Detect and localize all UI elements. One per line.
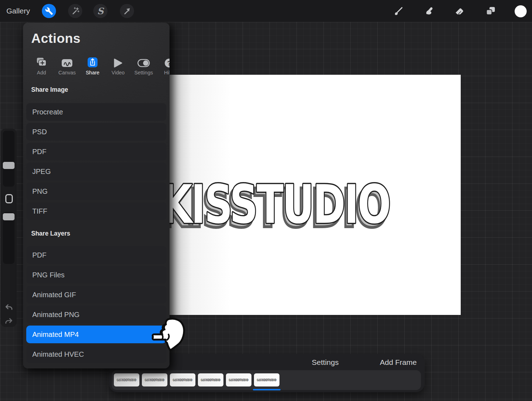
panel-title: Actions bbox=[31, 31, 81, 46]
tab-share[interactable]: Share bbox=[80, 55, 105, 75]
transform-arrow-icon bbox=[123, 7, 131, 15]
actions-panel: Actions Add bbox=[23, 23, 170, 368]
selection-button[interactable]: S bbox=[93, 4, 107, 18]
frame-thumbnail[interactable]: LUKISSTUDIO bbox=[198, 373, 223, 386]
brush-tool-button[interactable] bbox=[393, 6, 404, 16]
svg-text:KISSTUDIO: KISSTUDIO bbox=[162, 174, 390, 235]
color-swatch-button[interactable] bbox=[515, 5, 527, 17]
tab-video[interactable]: Video bbox=[105, 55, 131, 75]
actions-button[interactable] bbox=[42, 4, 56, 18]
layers-button[interactable] bbox=[485, 6, 496, 16]
redo-icon[interactable] bbox=[5, 317, 13, 325]
option-animated-png[interactable]: Animated PNG bbox=[26, 306, 166, 323]
magic-wand-icon bbox=[71, 6, 80, 16]
selection-s-icon: S bbox=[97, 7, 104, 16]
frame-strip: LUKISSTUDIO LUKISSTUDIO LUKISSTUDIO LUKI… bbox=[112, 370, 421, 390]
option-procreate[interactable]: Procreate bbox=[26, 103, 166, 121]
add-icon bbox=[36, 55, 47, 68]
option-pdf[interactable]: PDF bbox=[26, 143, 166, 160]
canvas-icon bbox=[61, 55, 73, 68]
layers-icon bbox=[485, 6, 496, 16]
top-toolbar: Gallery S bbox=[0, 0, 532, 22]
share-layers-options: PDF PNG Files Animated GIF Animated PNG … bbox=[26, 246, 166, 365]
artwork-sketch-text: KISSTUDIO KISSTUDIO bbox=[156, 160, 433, 241]
frame-thumbnail-selected[interactable]: LUKISSTUDIO bbox=[254, 373, 279, 386]
tap-hand-cursor bbox=[151, 318, 185, 352]
brush-size-slider[interactable] bbox=[3, 131, 15, 187]
option-psd[interactable]: PSD bbox=[26, 123, 166, 141]
gallery-button[interactable]: Gallery bbox=[6, 0, 30, 22]
eraser-icon bbox=[454, 6, 465, 16]
smudge-icon bbox=[424, 6, 434, 16]
share-layers-header: Share Layers bbox=[31, 230, 70, 237]
add-frame-button[interactable]: Add Frame bbox=[370, 358, 427, 367]
frame-thumbnail[interactable]: LUKISSTUDIO bbox=[170, 373, 195, 386]
brush-sidebar bbox=[1, 129, 17, 327]
smudge-tool-button[interactable] bbox=[424, 6, 434, 16]
tab-help[interactable]: ? Hilfe bbox=[156, 55, 170, 75]
opacity-handle[interactable] bbox=[3, 213, 15, 220]
transform-button[interactable] bbox=[120, 4, 134, 18]
share-icon bbox=[87, 55, 98, 68]
frame-thumbnail[interactable]: LUKISSTUDIO bbox=[114, 373, 139, 386]
tab-settings[interactable]: Settings bbox=[131, 55, 156, 75]
procreate-app: KISSTUDIO KISSTUDIO Settings Add Frame L… bbox=[0, 0, 532, 401]
help-icon: ? bbox=[164, 55, 170, 68]
brush-icon bbox=[393, 6, 404, 16]
adjustments-button[interactable] bbox=[68, 4, 82, 18]
erase-tool-button[interactable] bbox=[454, 6, 465, 16]
tab-add[interactable]: Add bbox=[29, 55, 54, 75]
selected-frame-indicator bbox=[253, 389, 281, 390]
modify-button[interactable] bbox=[5, 194, 13, 203]
frame-thumbnail[interactable]: LUKISSTUDIO bbox=[226, 373, 251, 386]
option-png-files[interactable]: PNG Files bbox=[26, 266, 166, 284]
option-jpeg[interactable]: JPEG bbox=[26, 163, 166, 180]
settings-toggle-icon bbox=[137, 55, 150, 68]
svg-text:?: ? bbox=[167, 60, 170, 67]
share-image-options: Procreate PSD PDF JPEG PNG TIFF bbox=[26, 103, 166, 222]
share-image-header: Share Image bbox=[31, 86, 68, 94]
option-layers-pdf[interactable]: PDF bbox=[26, 246, 166, 264]
frame-thumbnail[interactable]: LUKISSTUDIO bbox=[142, 373, 167, 386]
undo-icon[interactable] bbox=[5, 303, 13, 311]
option-animated-mp4[interactable]: Animated MP4 bbox=[26, 326, 166, 343]
option-tiff[interactable]: TIFF bbox=[26, 202, 166, 220]
brush-size-handle[interactable] bbox=[3, 162, 15, 169]
actions-tabs: Add Canvas bbox=[29, 55, 170, 75]
option-png[interactable]: PNG bbox=[26, 182, 166, 200]
tab-canvas[interactable]: Canvas bbox=[54, 55, 80, 75]
timeline-settings-button[interactable]: Settings bbox=[297, 358, 354, 367]
video-play-icon bbox=[113, 55, 123, 68]
option-animated-gif[interactable]: Animated GIF bbox=[26, 286, 166, 304]
wrench-icon bbox=[45, 7, 53, 15]
option-animated-hvec[interactable]: Animated HVEC bbox=[26, 345, 166, 363]
drawing-canvas[interactable]: KISSTUDIO KISSTUDIO bbox=[149, 75, 461, 315]
